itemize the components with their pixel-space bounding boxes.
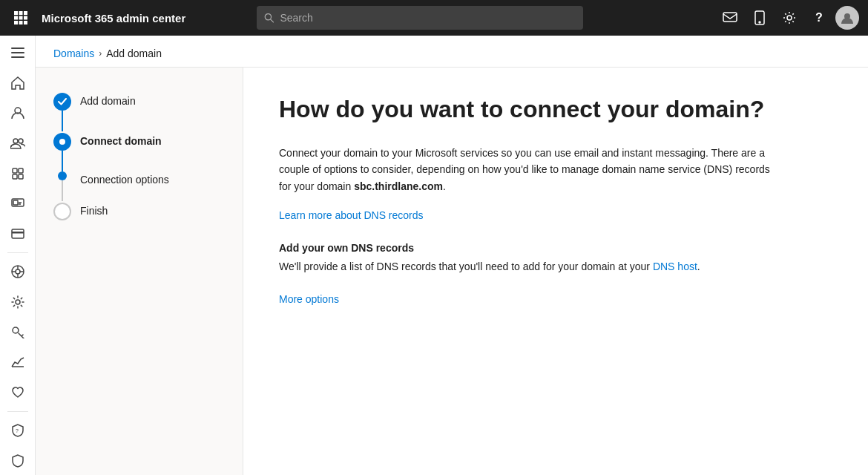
sidebar-item-users[interactable] [3, 99, 33, 128]
step4-label: Finish [80, 201, 108, 217]
svg-rect-24 [13, 174, 17, 179]
sidebar-item-hamburger[interactable] [3, 39, 33, 68]
step2-circle [53, 133, 71, 151]
wizard-content-panel: How do you want to connect your domain? … [243, 68, 868, 475]
svg-rect-5 [24, 16, 27, 20]
sidebar-item-key[interactable] [3, 318, 33, 347]
svg-rect-0 [14, 11, 18, 15]
svg-point-21 [19, 139, 23, 143]
svg-point-37 [13, 327, 19, 333]
breadcrumb-separator: › [99, 48, 102, 59]
sidebar-item-settings[interactable] [3, 288, 33, 317]
page-heading: How do you want to connect your domain? [279, 94, 783, 124]
step1-connector [62, 111, 63, 131]
step-wrapper: Add domain Connect domain [53, 91, 225, 220]
svg-point-14 [787, 16, 792, 20]
step2-icon-col [53, 131, 71, 171]
svg-rect-1 [19, 11, 23, 15]
svg-rect-27 [13, 200, 18, 205]
step3-dot [58, 171, 67, 180]
main-content-area: Domains › Add domain Add doma [36, 36, 868, 475]
step4-circle [53, 203, 71, 220]
learn-more-dns-link[interactable]: Learn more about DNS records [279, 209, 832, 221]
svg-rect-11 [723, 13, 737, 22]
search-input[interactable] [280, 12, 576, 24]
wizard-steps-panel: Add domain Connect domain [36, 68, 243, 475]
sidebar-item-billing[interactable] [3, 219, 33, 248]
breadcrumb-current: Add domain [106, 48, 162, 59]
top-navigation: Microsoft 365 admin center [0, 0, 868, 36]
user-avatar[interactable] [835, 6, 859, 30]
svg-rect-28 [12, 229, 24, 238]
topnav-icon-group: ? [717, 4, 859, 31]
section1-description: We'll provide a list of DNS records that… [279, 258, 783, 275]
domain-name: sbc.thirdlane.com [354, 180, 443, 192]
step-finish: Finish [53, 201, 225, 220]
sidebar-item-health[interactable] [3, 378, 33, 407]
sidebar-item-groups[interactable] [3, 129, 33, 158]
step-add-domain: Add domain [53, 91, 225, 131]
left-sidebar: ? [0, 36, 36, 475]
step1-icon-col [53, 91, 71, 131]
svg-rect-23 [19, 168, 23, 173]
step1-circle [53, 93, 71, 111]
app-title: Microsoft 365 admin center [42, 12, 185, 24]
sidebar-item-reports[interactable] [3, 348, 33, 377]
page-layout: ? Domains › Add domain [0, 36, 868, 475]
step3-connector [62, 180, 63, 201]
step-connection-options: Connection options [53, 171, 225, 201]
step1-label: Add domain [80, 91, 136, 108]
svg-rect-16 [11, 48, 24, 49]
svg-rect-25 [19, 174, 23, 179]
sidebar-item-roles[interactable] [3, 159, 33, 188]
sidebar-item-security1[interactable]: ? [3, 416, 33, 445]
step3-icon-col [53, 171, 71, 201]
search-box[interactable] [257, 6, 583, 30]
step4-icon-col [53, 201, 71, 220]
sidebar-divider-2 [7, 411, 28, 412]
main-description: Connect your domain to your Microsoft se… [279, 145, 783, 194]
sidebar-item-devices[interactable] [3, 189, 33, 218]
svg-point-36 [16, 300, 20, 304]
dns-host-link[interactable]: DNS host [653, 261, 697, 272]
step3-label: Connection options [80, 171, 169, 186]
waffle-menu-button[interactable] [9, 6, 33, 30]
more-options-link[interactable]: More options [279, 293, 832, 305]
breadcrumb: Domains › Add domain [36, 36, 868, 68]
sidebar-item-support[interactable] [3, 258, 33, 286]
sidebar-item-security2[interactable] [3, 446, 33, 475]
svg-text:?: ? [16, 428, 19, 433]
svg-point-20 [13, 139, 18, 143]
sidebar-divider [7, 252, 28, 253]
svg-rect-3 [14, 16, 18, 20]
svg-rect-7 [19, 21, 23, 24]
section1-title: Add your own DNS records [279, 242, 832, 254]
svg-rect-4 [19, 16, 23, 20]
svg-rect-8 [24, 21, 27, 24]
mobile-icon-button[interactable] [746, 4, 773, 31]
feedback-icon-button[interactable] [717, 4, 743, 31]
search-icon [264, 13, 274, 23]
svg-rect-6 [14, 21, 18, 24]
step-connect-domain: Connect domain [53, 131, 225, 171]
svg-rect-18 [11, 56, 24, 58]
settings-icon-button[interactable] [776, 4, 803, 31]
svg-rect-29 [12, 232, 24, 234]
sidebar-item-home[interactable] [3, 69, 33, 98]
svg-point-13 [759, 22, 760, 23]
svg-point-31 [16, 269, 20, 274]
svg-line-10 [271, 19, 274, 22]
help-icon-button[interactable]: ? [806, 4, 832, 31]
breadcrumb-domains-link[interactable]: Domains [53, 48, 94, 59]
svg-rect-2 [24, 11, 27, 15]
step2-connector [62, 151, 63, 171]
step2-label: Connect domain [80, 131, 162, 148]
svg-rect-22 [13, 168, 17, 173]
wizard-area: Add domain Connect domain [36, 68, 868, 475]
svg-rect-17 [11, 52, 24, 53]
